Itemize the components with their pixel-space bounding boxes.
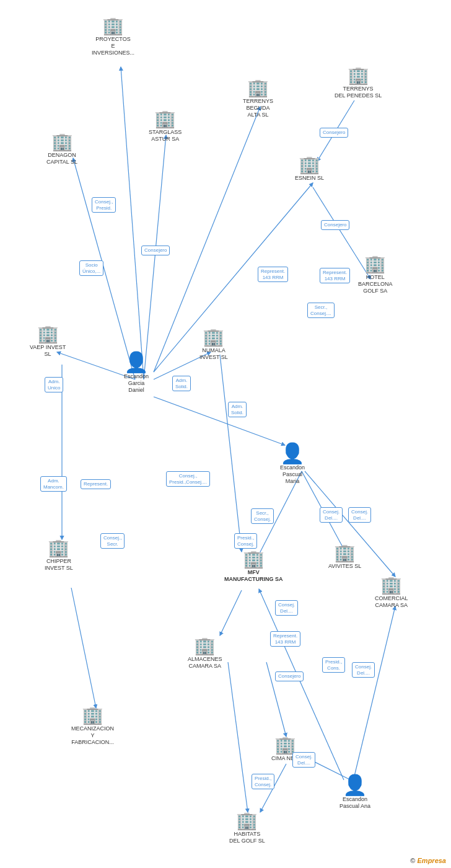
label-escandon-pascual-ana: Escandon Pascual Ana — [339, 796, 370, 810]
svg-line-1 — [144, 135, 166, 379]
svg-line-6 — [71, 588, 96, 708]
badge-consejero-4[interactable]: Consejero — [275, 671, 304, 681]
badge-consej-del-3[interactable]: Consej.Del.... — [275, 600, 298, 616]
node-escandon-daniel: 👤 Escandon Garcia Daniel — [124, 352, 149, 393]
svg-line-14 — [220, 590, 242, 636]
badge-secr-consej-1[interactable]: Secr.,Consej.... — [307, 303, 335, 318]
building-icon-chipper: 🏢 — [48, 539, 69, 557]
node-almacenes: 🏢 ALMACENES CAMARA SA — [188, 637, 222, 670]
node-denagon: 🏢 DENAGON CAPITAL SL — [46, 133, 77, 166]
badge-consejero-1[interactable]: Consejero — [141, 246, 170, 255]
node-escandon-pascual-ana: 👤 Escandon Pascual Ana — [339, 775, 370, 810]
badge-consejero-3[interactable]: Consejero — [320, 128, 348, 138]
label-starglass: STARGLASS ASTUR SA — [149, 129, 182, 143]
building-icon-almacenes: 🏢 — [194, 637, 216, 655]
node-hotel-barcelona: 🏢 HOTEL BARCELONA GOLF SA — [358, 255, 393, 294]
label-avivites: AVIVITES SL — [328, 563, 361, 570]
building-icon-vaep: 🏢 — [37, 326, 59, 343]
building-icon-denagon: 🏢 — [51, 133, 73, 151]
node-numala: 🏢 NUMALA INVEST SL — [199, 329, 228, 361]
building-icon-mfv: 🏢 — [243, 551, 265, 568]
badge-adm-unico[interactable]: Adm.Unico — [45, 377, 63, 392]
label-hotel-barcelona: HOTEL BARCELONA GOLF SA — [358, 274, 393, 294]
badge-consej-presid[interactable]: Consej.,Presid. — [92, 197, 116, 213]
badge-represent-2[interactable]: Represent. — [81, 479, 111, 489]
building-icon-starglass: 🏢 — [154, 110, 176, 128]
badge-consej-del-4[interactable]: Consej.Del.... — [352, 662, 375, 678]
label-terrenys-penedes: TERRENYS DEL PENEDES SL — [335, 86, 382, 99]
badge-consej-del-1[interactable]: Consej.Del.... — [320, 507, 343, 523]
label-escandon-daniel: Escandon Garcia Daniel — [124, 373, 149, 393]
building-icon-avivites: 🏢 — [334, 544, 356, 562]
badge-presid-cons[interactable]: Presid.,Cons. — [322, 657, 345, 673]
label-mfv: MFVMANUFACTURING SA — [224, 569, 283, 583]
node-esnein: 🏢 ESNEIN SL — [295, 156, 324, 182]
label-chipper: CHIPPER INVEST SL — [45, 558, 73, 572]
badge-represent-143-3[interactable]: Represent.143 RRM — [270, 631, 300, 647]
building-icon-numala: 🏢 — [203, 329, 224, 346]
building-icon-hotel-barcelona: 🏢 — [364, 255, 386, 273]
person-icon-escandon-daniel: 👤 — [124, 352, 149, 372]
badge-presid-consej[interactable]: Presid.,Consej. — [234, 533, 257, 549]
svg-line-21 — [220, 355, 242, 552]
node-mecanizacion: 🏢 MECANIZACION Y FABRICACION... — [71, 707, 114, 745]
node-comercial-camara: 🏢 COMERCIAL CAMARA SA — [375, 577, 408, 609]
building-icon-terrenys-beguda: 🏢 — [247, 79, 269, 97]
label-terrenys-beguda: TERRENYS BEGUDA ALTA SL — [243, 98, 273, 118]
label-habitats: HABITATS DEL GOLF SL — [229, 831, 265, 844]
node-chipper: 🏢 CHIPPER INVEST SL — [45, 539, 73, 572]
badge-socio-unico[interactable]: SocioÚnico,... — [79, 260, 103, 276]
node-vaep: 🏢 VAEP INVEST SL — [30, 326, 66, 358]
svg-line-15 — [228, 662, 248, 812]
badge-consej-del-5[interactable]: Consej.Del.... — [292, 752, 315, 768]
building-icon-esnein: 🏢 — [299, 156, 320, 174]
building-icon-terrenys-penedes: 🏢 — [348, 67, 369, 84]
label-almacenes: ALMACENES CAMARA SA — [188, 656, 222, 670]
node-terrenys-penedes: 🏢 TERRENYS DEL PENEDES SL — [335, 67, 382, 99]
label-vaep: VAEP INVEST SL — [30, 344, 66, 358]
label-proyectos: PROYECTOS E INVERSIONES... — [92, 36, 134, 56]
building-icon-proyectos: 🏢 — [102, 17, 124, 35]
label-numala: NUMALA INVEST SL — [199, 347, 228, 361]
badge-adm-solid-2[interactable]: Adm.Solid. — [228, 402, 247, 417]
badge-consej-secr[interactable]: Consej.,Secr. — [100, 533, 125, 549]
badge-presid-consej-2[interactable]: Presid.,Consej. — [252, 774, 274, 789]
node-proyectos: 🏢 PROYECTOS E INVERSIONES... — [92, 17, 134, 56]
person-icon-escandon-pascual-ana: 👤 — [343, 775, 367, 795]
svg-line-0 — [121, 67, 144, 379]
label-denagon: DENAGON CAPITAL SL — [46, 152, 77, 166]
node-avivites: 🏢 AVIVITES SL — [328, 544, 361, 570]
node-escandon-pascual-maria: 👤 Escandon Pascual Maria — [280, 443, 305, 484]
badge-adm-mancom[interactable]: Adm.Mancom. — [40, 476, 67, 492]
badge-adm-solid-1[interactable]: Adm.Solid. — [172, 376, 191, 391]
node-starglass: 🏢 STARGLASS ASTUR SA — [149, 110, 182, 143]
building-icon-mecanizacion: 🏢 — [82, 707, 103, 724]
badge-secr-consej-2[interactable]: Secr.,Consej. — [251, 508, 274, 524]
svg-line-22 — [154, 397, 285, 445]
diagram: 🏢 PROYECTOS E INVERSIONES... 🏢 STARGLASS… — [0, 0, 451, 868]
node-habitats: 🏢 HABITATS DEL GOLF SL — [229, 812, 265, 844]
watermark: © Empresa — [410, 857, 446, 864]
label-mecanizacion: MECANIZACION Y FABRICACION... — [71, 725, 114, 745]
svg-line-19 — [353, 606, 395, 781]
badge-consejero-2[interactable]: Consejero — [321, 220, 349, 230]
building-icon-habitats: 🏢 — [236, 812, 258, 830]
badge-consej-presid-consej[interactable]: Consej.,Presid.,Consej.... — [166, 471, 210, 487]
building-icon-cima-ne: 🏢 — [274, 737, 296, 754]
label-esnein: ESNEIN SL — [295, 175, 324, 182]
badge-represent-143-2[interactable]: Represent.143 RRM — [320, 268, 350, 283]
node-mfv: 🏢 MFVMANUFACTURING SA — [224, 551, 283, 583]
label-escandon-pascual-maria: Escandon Pascual Maria — [280, 464, 305, 484]
svg-line-8 — [154, 183, 313, 372]
node-terrenys-beguda: 🏢 TERRENYS BEGUDA ALTA SL — [243, 79, 273, 118]
label-comercial-camara: COMERCIAL CAMARA SA — [375, 595, 408, 609]
badge-represent-143-1[interactable]: Represent.143 RRM — [258, 267, 288, 282]
building-icon-comercial-camara: 🏢 — [380, 577, 402, 594]
connection-lines — [0, 0, 451, 868]
badge-consej-del-2[interactable]: Consej.Del.... — [348, 507, 371, 523]
person-icon-escandon-pascual-maria: 👤 — [280, 443, 305, 463]
